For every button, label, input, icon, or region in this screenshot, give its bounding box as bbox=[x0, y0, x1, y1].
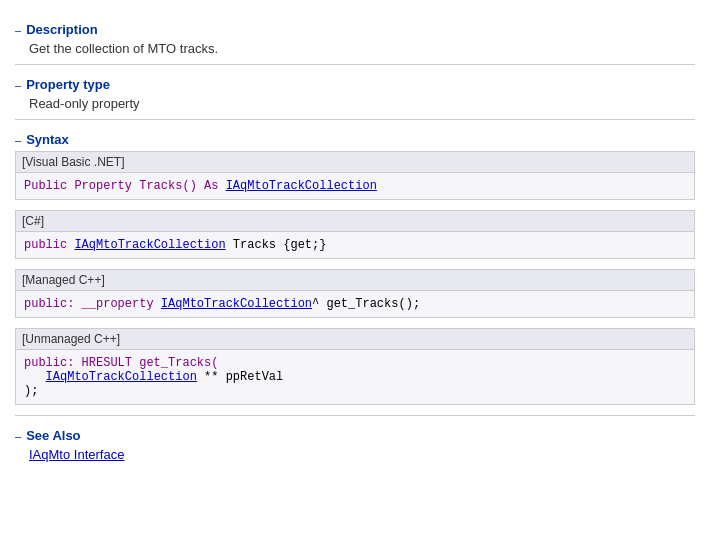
syntax-lang-ucpp: [Unmanaged C++] bbox=[15, 328, 695, 350]
see-also-toggle[interactable]: – bbox=[15, 430, 21, 442]
syntax-code-vb: Public Property Tracks() As IAqMtoTrackC… bbox=[15, 173, 695, 200]
divider-3 bbox=[15, 415, 695, 416]
see-also-title: See Also bbox=[26, 428, 80, 443]
syntax-block-cs: [C#] public IAqMtoTrackCollection Tracks… bbox=[15, 210, 695, 259]
syntax-block-mcpp: [Managed C++] public: __property IAqMtoT… bbox=[15, 269, 695, 318]
syntax-code-cs: public IAqMtoTrackCollection Tracks {get… bbox=[15, 232, 695, 259]
ucpp-link[interactable]: IAqMtoTrackCollection bbox=[46, 370, 197, 384]
syntax-toggle[interactable]: – bbox=[15, 134, 21, 146]
see-also-section-header: – See Also bbox=[15, 428, 695, 443]
syntax-code-mcpp: public: __property IAqMtoTrackCollection… bbox=[15, 291, 695, 318]
syntax-title: Syntax bbox=[26, 132, 69, 147]
divider-2 bbox=[15, 119, 695, 120]
divider-1 bbox=[15, 64, 695, 65]
property-type-title: Property type bbox=[26, 77, 110, 92]
description-title: Description bbox=[26, 22, 98, 37]
see-also-link-iaqmto[interactable]: IAqMto Interface bbox=[29, 447, 695, 462]
property-type-section-header: – Property type bbox=[15, 77, 695, 92]
mcpp-link[interactable]: IAqMtoTrackCollection bbox=[161, 297, 312, 311]
syntax-lang-mcpp: [Managed C++] bbox=[15, 269, 695, 291]
description-toggle[interactable]: – bbox=[15, 24, 21, 36]
description-content: Get the collection of MTO tracks. bbox=[29, 41, 695, 56]
cs-link[interactable]: IAqMtoTrackCollection bbox=[74, 238, 225, 252]
vb-link[interactable]: IAqMtoTrackCollection bbox=[226, 179, 377, 193]
syntax-section-header: – Syntax bbox=[15, 132, 695, 147]
syntax-code-ucpp: public: HRESULT get_Tracks( IAqMtoTrackC… bbox=[15, 350, 695, 405]
description-section-header: – Description bbox=[15, 22, 695, 37]
property-type-content: Read-only property bbox=[29, 96, 695, 111]
syntax-lang-vb: [Visual Basic .NET] bbox=[15, 151, 695, 173]
property-type-toggle[interactable]: – bbox=[15, 79, 21, 91]
syntax-lang-cs: [C#] bbox=[15, 210, 695, 232]
syntax-block-ucpp: [Unmanaged C++] public: HRESULT get_Trac… bbox=[15, 328, 695, 405]
syntax-block-vb: [Visual Basic .NET] Public Property Trac… bbox=[15, 151, 695, 200]
